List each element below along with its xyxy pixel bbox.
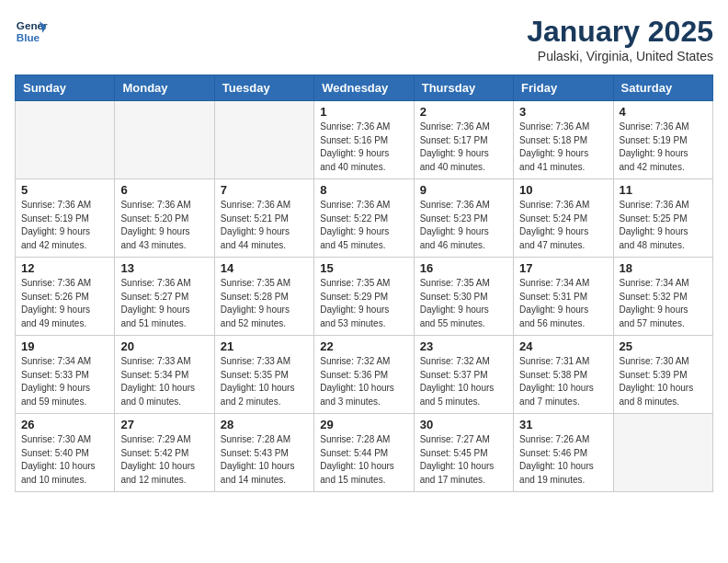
logo: General Blue — [15, 15, 48, 48]
week-row-5: 26Sunrise: 7:30 AMSunset: 5:40 PMDayligh… — [16, 414, 713, 492]
column-header-sunday: Sunday — [16, 75, 115, 101]
day-number: 13 — [120, 261, 208, 275]
calendar-cell: 3Sunrise: 7:36 AMSunset: 5:18 PMDaylight… — [514, 101, 613, 179]
day-number: 11 — [620, 183, 707, 197]
day-info: Sunrise: 7:36 AMSunset: 5:19 PMDaylight:… — [21, 199, 108, 252]
day-number: 22 — [320, 339, 407, 353]
week-row-1: 1Sunrise: 7:36 AMSunset: 5:16 PMDaylight… — [16, 101, 713, 179]
calendar-cell: 7Sunrise: 7:36 AMSunset: 5:21 PMDaylight… — [214, 179, 313, 258]
calendar-cell: 20Sunrise: 7:33 AMSunset: 5:34 PMDayligh… — [115, 336, 214, 414]
day-info: Sunrise: 7:28 AMSunset: 5:43 PMDaylight:… — [221, 433, 308, 487]
day-info: Sunrise: 7:32 AMSunset: 5:36 PMDaylight:… — [320, 355, 407, 408]
calendar-cell: 27Sunrise: 7:29 AMSunset: 5:42 PMDayligh… — [115, 414, 214, 492]
calendar-cell: 25Sunrise: 7:30 AMSunset: 5:39 PMDayligh… — [613, 336, 712, 414]
day-number: 30 — [420, 418, 507, 431]
week-row-2: 5Sunrise: 7:36 AMSunset: 5:19 PMDaylight… — [16, 179, 713, 258]
calendar-cell: 12Sunrise: 7:36 AMSunset: 5:26 PMDayligh… — [16, 258, 115, 336]
calendar-cell: 6Sunrise: 7:36 AMSunset: 5:20 PMDaylight… — [115, 179, 214, 258]
calendar-cell: 1Sunrise: 7:36 AMSunset: 5:16 PMDaylight… — [314, 101, 414, 179]
calendar-cell: 30Sunrise: 7:27 AMSunset: 5:45 PMDayligh… — [414, 414, 513, 492]
day-info: Sunrise: 7:35 AMSunset: 5:28 PMDaylight:… — [221, 277, 308, 330]
day-number: 23 — [420, 339, 507, 353]
day-info: Sunrise: 7:29 AMSunset: 5:42 PMDaylight:… — [120, 433, 208, 487]
day-number: 19 — [21, 339, 108, 353]
day-info: Sunrise: 7:36 AMSunset: 5:22 PMDaylight:… — [320, 199, 407, 252]
day-info: Sunrise: 7:31 AMSunset: 5:38 PMDaylight:… — [519, 355, 607, 408]
calendar-cell: 17Sunrise: 7:34 AMSunset: 5:31 PMDayligh… — [514, 258, 613, 336]
calendar-cell: 4Sunrise: 7:36 AMSunset: 5:19 PMDaylight… — [613, 101, 712, 179]
day-number: 17 — [519, 261, 607, 275]
calendar-cell: 23Sunrise: 7:32 AMSunset: 5:37 PMDayligh… — [414, 336, 513, 414]
day-info: Sunrise: 7:36 AMSunset: 5:21 PMDaylight:… — [221, 199, 308, 252]
calendar-cell: 29Sunrise: 7:28 AMSunset: 5:44 PMDayligh… — [314, 414, 414, 492]
day-number: 20 — [120, 339, 208, 353]
day-number: 28 — [221, 418, 308, 431]
day-number: 9 — [420, 183, 507, 197]
day-number: 2 — [420, 105, 507, 119]
page-header: General Blue January 2025 Pulaski, Virgi… — [15, 15, 713, 63]
calendar-cell — [613, 414, 712, 492]
day-info: Sunrise: 7:34 AMSunset: 5:33 PMDaylight:… — [21, 355, 108, 408]
day-info: Sunrise: 7:36 AMSunset: 5:27 PMDaylight:… — [120, 277, 208, 330]
week-row-3: 12Sunrise: 7:36 AMSunset: 5:26 PMDayligh… — [16, 258, 713, 336]
calendar-cell: 8Sunrise: 7:36 AMSunset: 5:22 PMDaylight… — [314, 179, 414, 258]
day-info: Sunrise: 7:28 AMSunset: 5:44 PMDaylight:… — [320, 433, 407, 487]
day-number: 8 — [320, 183, 407, 197]
calendar-cell: 21Sunrise: 7:33 AMSunset: 5:35 PMDayligh… — [214, 336, 313, 414]
calendar-cell: 26Sunrise: 7:30 AMSunset: 5:40 PMDayligh… — [16, 414, 115, 492]
calendar-cell: 16Sunrise: 7:35 AMSunset: 5:30 PMDayligh… — [414, 258, 513, 336]
day-info: Sunrise: 7:36 AMSunset: 5:25 PMDaylight:… — [620, 199, 707, 252]
day-number: 27 — [120, 418, 208, 431]
day-info: Sunrise: 7:30 AMSunset: 5:39 PMDaylight:… — [620, 355, 707, 408]
calendar-cell: 13Sunrise: 7:36 AMSunset: 5:27 PMDayligh… — [115, 258, 214, 336]
calendar-cell: 15Sunrise: 7:35 AMSunset: 5:29 PMDayligh… — [314, 258, 414, 336]
calendar-cell: 24Sunrise: 7:31 AMSunset: 5:38 PMDayligh… — [514, 336, 613, 414]
calendar-cell — [115, 101, 214, 179]
day-number: 15 — [320, 261, 407, 275]
calendar-cell — [214, 101, 313, 179]
day-info: Sunrise: 7:36 AMSunset: 5:17 PMDaylight:… — [420, 121, 507, 174]
day-info: Sunrise: 7:36 AMSunset: 5:26 PMDaylight:… — [21, 277, 108, 330]
day-number: 25 — [620, 339, 707, 353]
day-info: Sunrise: 7:36 AMSunset: 5:20 PMDaylight:… — [120, 199, 208, 252]
day-number: 1 — [320, 105, 407, 119]
day-info: Sunrise: 7:36 AMSunset: 5:18 PMDaylight:… — [519, 121, 607, 174]
day-number: 24 — [519, 339, 607, 353]
day-number: 31 — [519, 418, 607, 431]
calendar-cell: 10Sunrise: 7:36 AMSunset: 5:24 PMDayligh… — [514, 179, 613, 258]
day-info: Sunrise: 7:34 AMSunset: 5:31 PMDaylight:… — [519, 277, 607, 330]
day-info: Sunrise: 7:35 AMSunset: 5:30 PMDaylight:… — [420, 277, 507, 330]
day-info: Sunrise: 7:36 AMSunset: 5:24 PMDaylight:… — [519, 199, 607, 252]
calendar-cell: 18Sunrise: 7:34 AMSunset: 5:32 PMDayligh… — [613, 258, 712, 336]
day-number: 10 — [519, 183, 607, 197]
day-number: 26 — [21, 418, 108, 431]
column-header-monday: Monday — [115, 75, 214, 101]
day-info: Sunrise: 7:33 AMSunset: 5:34 PMDaylight:… — [120, 355, 208, 408]
column-header-saturday: Saturday — [613, 75, 712, 101]
calendar-cell: 11Sunrise: 7:36 AMSunset: 5:25 PMDayligh… — [613, 179, 712, 258]
location-title: Pulaski, Virginia, United States — [527, 49, 713, 63]
svg-text:Blue: Blue — [17, 31, 40, 43]
calendar-cell — [16, 101, 115, 179]
day-info: Sunrise: 7:33 AMSunset: 5:35 PMDaylight:… — [221, 355, 308, 408]
day-number: 7 — [221, 183, 308, 197]
calendar-cell: 9Sunrise: 7:36 AMSunset: 5:23 PMDaylight… — [414, 179, 513, 258]
day-number: 6 — [120, 183, 208, 197]
day-number: 3 — [519, 105, 607, 119]
title-block: January 2025 Pulaski, Virginia, United S… — [527, 15, 713, 63]
day-number: 16 — [420, 261, 507, 275]
column-header-thursday: Thursday — [414, 75, 513, 101]
calendar-cell: 28Sunrise: 7:28 AMSunset: 5:43 PMDayligh… — [214, 414, 313, 492]
day-number: 5 — [21, 183, 108, 197]
calendar-cell: 14Sunrise: 7:35 AMSunset: 5:28 PMDayligh… — [214, 258, 313, 336]
week-row-4: 19Sunrise: 7:34 AMSunset: 5:33 PMDayligh… — [16, 336, 713, 414]
day-info: Sunrise: 7:36 AMSunset: 5:16 PMDaylight:… — [320, 121, 407, 174]
day-info: Sunrise: 7:34 AMSunset: 5:32 PMDaylight:… — [620, 277, 707, 330]
calendar-cell: 19Sunrise: 7:34 AMSunset: 5:33 PMDayligh… — [16, 336, 115, 414]
day-number: 29 — [320, 418, 407, 431]
calendar-table: SundayMondayTuesdayWednesdayThursdayFrid… — [15, 75, 713, 492]
calendar-cell: 5Sunrise: 7:36 AMSunset: 5:19 PMDaylight… — [16, 179, 115, 258]
day-info: Sunrise: 7:30 AMSunset: 5:40 PMDaylight:… — [21, 433, 108, 487]
day-info: Sunrise: 7:27 AMSunset: 5:45 PMDaylight:… — [420, 433, 507, 487]
day-info: Sunrise: 7:35 AMSunset: 5:29 PMDaylight:… — [320, 277, 407, 330]
